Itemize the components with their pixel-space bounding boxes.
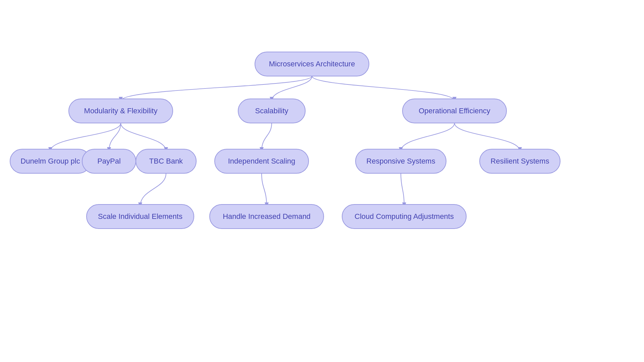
edge-resp-cloud — [401, 173, 404, 206]
node-label-cloud: Cloud Computing Adjustments — [355, 212, 454, 221]
edge-scal-indscal — [262, 123, 272, 151]
node-mod: Modularity & Flexibility — [69, 99, 173, 123]
edge-mod-dunelm — [50, 123, 121, 151]
node-dunelm: Dunelm Group plc — [10, 149, 91, 173]
edge-mod-tbc — [121, 123, 166, 151]
node-label-paypal: PayPal — [97, 157, 121, 165]
edge-oe-resp — [401, 123, 454, 151]
node-label-root: Microservices Architecture — [269, 60, 355, 68]
edge-mod-paypal — [109, 123, 121, 151]
node-scal: Scalability — [238, 99, 305, 123]
node-label-dunelm: Dunelm Group plc — [20, 157, 80, 165]
node-handdem: Handle Increased Demand — [210, 204, 324, 229]
edge-root-oe — [312, 76, 454, 101]
node-scaleind: Scale Individual Elements — [87, 204, 194, 229]
node-label-resp: Responsive Systems — [366, 157, 435, 165]
edge-tbc-scaleind — [140, 173, 166, 206]
node-label-scal: Scalability — [255, 107, 288, 115]
node-label-indscal: Independent Scaling — [228, 157, 296, 165]
node-oe: Operational Efficiency — [402, 99, 506, 123]
edge-indscal-handdem — [262, 173, 267, 206]
edge-root-mod — [121, 76, 312, 101]
node-label-mod: Modularity & Flexibility — [84, 107, 158, 115]
node-resil: Resilient Systems — [480, 149, 560, 173]
node-cloud: Cloud Computing Adjustments — [342, 204, 466, 229]
node-paypal: PayPal — [82, 149, 136, 173]
diagram-svg: Microservices ArchitectureModularity & F… — [0, 0, 644, 362]
node-indscal: Independent Scaling — [215, 149, 309, 173]
node-root: Microservices Architecture — [255, 52, 369, 76]
edge-root-scal — [272, 76, 312, 101]
node-label-scaleind: Scale Individual Elements — [98, 212, 182, 221]
node-label-oe: Operational Efficiency — [419, 107, 490, 115]
edge-oe-resil — [454, 123, 520, 151]
node-label-resil: Resilient Systems — [491, 157, 549, 165]
node-label-tbc: TBC Bank — [149, 157, 183, 165]
diagram-container: Microservices ArchitectureModularity & F… — [0, 0, 644, 362]
node-label-handdem: Handle Increased Demand — [223, 212, 311, 221]
node-tbc: TBC Bank — [136, 149, 196, 173]
node-resp: Responsive Systems — [356, 149, 446, 173]
